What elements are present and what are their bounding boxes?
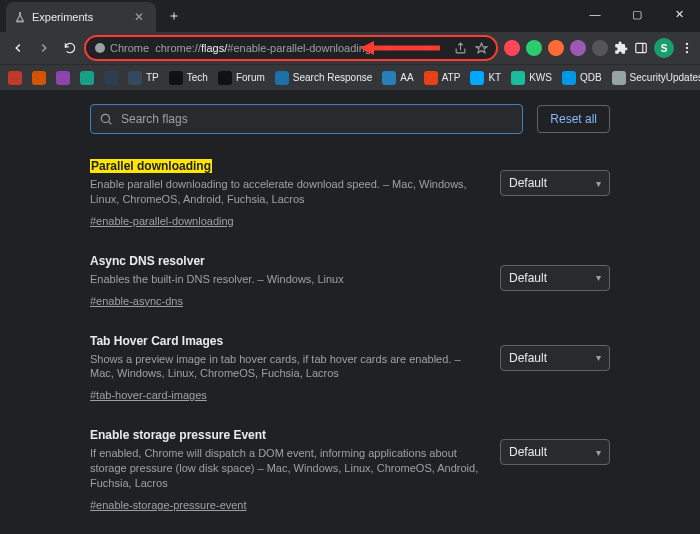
flag-item: Enable network logging to fileEnables ne…	[90, 527, 610, 534]
bookmark-favicon	[32, 71, 46, 85]
tab-title: Experiments	[32, 11, 126, 23]
window-controls: — ▢ ✕	[574, 0, 700, 28]
bookmark-label: Tech	[187, 72, 208, 83]
star-icon[interactable]	[475, 42, 488, 55]
side-panel-icon[interactable]	[634, 41, 648, 55]
search-flags-box[interactable]	[90, 104, 523, 134]
site-chip[interactable]: Chrome	[94, 42, 149, 54]
bookmarks-bar: TPTechForumSearch ResponseAAATPKTKWSQDBS…	[0, 64, 700, 90]
bookmark-favicon	[80, 71, 94, 85]
forward-button[interactable]	[32, 36, 56, 60]
flag-status-select[interactable]: Default▾	[500, 170, 610, 196]
bookmark-label: AA	[400, 72, 413, 83]
bookmark-item[interactable]: KT	[470, 71, 501, 85]
maximize-button[interactable]: ▢	[616, 0, 658, 28]
reload-button[interactable]	[58, 36, 82, 60]
titlebar: Experiments ✕ — ▢ ✕	[0, 0, 700, 32]
address-bar[interactable]: Chrome chrome://flags/#enable-parallel-d…	[84, 35, 498, 61]
bookmark-item[interactable]: KWS	[511, 71, 552, 85]
bookmark-item[interactable]: AA	[382, 71, 413, 85]
bookmark-favicon	[424, 71, 438, 85]
bookmark-favicon	[275, 71, 289, 85]
flag-description: If enabled, Chrome will dispatch a DOM e…	[90, 446, 480, 491]
bookmark-item[interactable]: QDB	[562, 71, 602, 85]
extensions-row: S	[500, 38, 694, 58]
flag-status-select[interactable]: Default▾	[500, 439, 610, 465]
search-flags-input[interactable]	[121, 112, 514, 126]
bookmark-item[interactable]: Forum	[218, 71, 265, 85]
bookmark-favicon	[470, 71, 484, 85]
site-chip-label: Chrome	[110, 42, 149, 54]
select-value: Default	[509, 271, 547, 285]
bookmark-item[interactable]	[104, 71, 118, 85]
svg-line-9	[109, 122, 112, 125]
flag-title: Tab Hover Card Images	[90, 334, 223, 348]
kebab-menu-icon[interactable]	[680, 41, 694, 55]
browser-tab[interactable]: Experiments ✕	[6, 2, 156, 32]
bookmark-favicon	[169, 71, 183, 85]
svg-point-7	[686, 51, 688, 53]
svg-point-5	[686, 43, 688, 45]
flag-status-select[interactable]: Default▾	[500, 345, 610, 371]
chevron-down-icon: ▾	[596, 447, 601, 458]
bookmark-label: KT	[488, 72, 501, 83]
reset-all-button[interactable]: Reset all	[537, 105, 610, 133]
flag-anchor-link[interactable]: #enable-async-dns	[90, 295, 183, 307]
close-window-button[interactable]: ✕	[658, 0, 700, 28]
bookmark-favicon	[104, 71, 118, 85]
flag-status-select[interactable]: Default▾	[500, 265, 610, 291]
flag-item: Enable storage pressure EventIf enabled,…	[90, 417, 610, 527]
extension-icon[interactable]	[592, 40, 608, 56]
select-value: Default	[509, 176, 547, 190]
bookmark-favicon	[382, 71, 396, 85]
bookmark-favicon	[128, 71, 142, 85]
svg-point-8	[101, 114, 109, 122]
bookmark-item[interactable]: ATP	[424, 71, 461, 85]
bookmark-favicon	[56, 71, 70, 85]
bookmark-favicon	[218, 71, 232, 85]
bookmark-item[interactable]: Search Response	[275, 71, 373, 85]
bookmark-label: ATP	[442, 72, 461, 83]
tab-close-icon[interactable]: ✕	[132, 10, 146, 24]
extension-icon[interactable]	[504, 40, 520, 56]
svg-point-6	[686, 47, 688, 49]
flag-description: Shows a preview image in tab hover cards…	[90, 352, 480, 382]
bookmark-favicon	[511, 71, 525, 85]
extension-icon[interactable]	[526, 40, 542, 56]
bookmark-label: Search Response	[293, 72, 373, 83]
page-content: Reset all Parallel downloadingEnable par…	[0, 90, 700, 534]
new-tab-button[interactable]	[164, 6, 184, 26]
bookmark-item[interactable]	[56, 71, 70, 85]
bookmark-label: Forum	[236, 72, 265, 83]
flag-anchor-link[interactable]: #enable-storage-pressure-event	[90, 499, 247, 511]
flag-title: Async DNS resolver	[90, 254, 205, 268]
flag-description: Enable parallel downloading to accelerat…	[90, 177, 480, 207]
bookmark-label: QDB	[580, 72, 602, 83]
bookmark-item[interactable]	[8, 71, 22, 85]
back-button[interactable]	[6, 36, 30, 60]
profile-avatar[interactable]: S	[654, 38, 674, 58]
bookmark-item[interactable]: SecurityUpdates	[612, 71, 700, 85]
extension-icon[interactable]	[570, 40, 586, 56]
minimize-button[interactable]: —	[574, 0, 616, 28]
bookmark-item[interactable]: Tech	[169, 71, 208, 85]
bookmark-label: KWS	[529, 72, 552, 83]
toolbar: Chrome chrome://flags/#enable-parallel-d…	[0, 32, 700, 64]
flag-anchor-link[interactable]: #tab-hover-card-images	[90, 389, 207, 401]
chevron-down-icon: ▾	[596, 352, 601, 363]
bookmark-item[interactable]: TP	[128, 71, 159, 85]
flag-anchor-link[interactable]: #enable-parallel-downloading	[90, 215, 234, 227]
bookmark-label: SecurityUpdates	[630, 72, 700, 83]
flag-description: Enables the built-in DNS resolver. – Win…	[90, 272, 480, 287]
flag-title: Parallel downloading	[90, 159, 212, 173]
search-icon	[99, 112, 113, 126]
bookmark-favicon	[8, 71, 22, 85]
bookmark-item[interactable]	[80, 71, 94, 85]
share-icon[interactable]	[454, 42, 467, 55]
extensions-icon[interactable]	[614, 41, 628, 55]
extension-icon[interactable]	[548, 40, 564, 56]
select-value: Default	[509, 351, 547, 365]
flag-item: Tab Hover Card ImagesShows a preview ima…	[90, 323, 610, 418]
url-text: chrome://flags/#enable-parallel-download…	[155, 42, 371, 54]
bookmark-item[interactable]	[32, 71, 46, 85]
